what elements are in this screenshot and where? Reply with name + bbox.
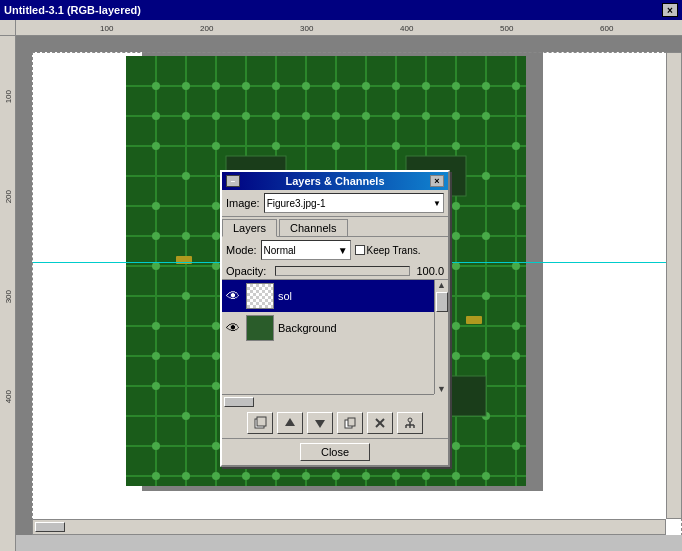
- mode-dropdown-arrow: ▼: [338, 245, 348, 256]
- panel-titlebar[interactable]: − Layers & Channels ×: [222, 172, 448, 190]
- svg-point-74: [182, 232, 190, 240]
- image-row: Image: Figure3.jpg-1 ▼: [222, 190, 448, 217]
- svg-point-131: [212, 442, 220, 450]
- svg-point-137: [152, 472, 160, 480]
- scrollbar-horizontal[interactable]: [32, 519, 666, 535]
- svg-point-50: [422, 112, 430, 120]
- layers-vscrollbar[interactable]: ▲ ▼: [434, 280, 448, 394]
- svg-point-35: [362, 82, 370, 90]
- svg-point-145: [392, 472, 400, 480]
- layer-eye-sol[interactable]: 👁: [224, 287, 242, 305]
- mode-selector[interactable]: Normal ▼: [261, 240, 351, 260]
- ruler-top-600: 600: [600, 24, 613, 33]
- svg-point-148: [482, 472, 490, 480]
- svg-point-73: [152, 232, 160, 240]
- svg-point-33: [302, 82, 310, 90]
- tab-layers[interactable]: Layers: [222, 219, 277, 237]
- vscrollbar-up[interactable]: ▲: [437, 280, 446, 290]
- image-selector[interactable]: Figure3.jpg-1 ▼: [264, 193, 444, 213]
- layer-name-sol: sol: [278, 290, 432, 302]
- panel-minimize-button[interactable]: −: [226, 175, 240, 187]
- panel-hscrollbar-thumb[interactable]: [224, 397, 254, 407]
- svg-point-116: [482, 352, 490, 360]
- svg-point-98: [152, 322, 160, 330]
- panel-hscrollbar[interactable]: [222, 394, 434, 408]
- svg-point-32: [272, 82, 280, 90]
- move-layer-down-button[interactable]: [307, 412, 333, 434]
- svg-point-104: [512, 322, 520, 330]
- window-close-button[interactable]: ×: [662, 3, 678, 17]
- tabs-row: Layers Channels: [222, 217, 448, 237]
- tab-channels[interactable]: Channels: [279, 219, 347, 236]
- svg-point-51: [452, 112, 460, 120]
- keep-trans-group: Keep Trans.: [355, 245, 421, 256]
- svg-point-75: [212, 232, 220, 240]
- vscrollbar-thumb[interactable]: [436, 292, 448, 312]
- svg-point-124: [182, 412, 190, 420]
- svg-point-139: [212, 472, 220, 480]
- svg-point-59: [512, 142, 520, 150]
- vscrollbar-down[interactable]: ▼: [437, 384, 446, 394]
- svg-point-39: [482, 82, 490, 90]
- svg-point-46: [302, 112, 310, 120]
- svg-point-58: [452, 142, 460, 150]
- keep-trans-checkbox[interactable]: [355, 245, 365, 255]
- layer-item-background[interactable]: 👁 Background: [222, 312, 434, 344]
- svg-point-136: [512, 442, 520, 450]
- layer-item-sol[interactable]: 👁 sol: [222, 280, 434, 312]
- image-label: Image:: [226, 197, 260, 209]
- opacity-label: Opacity:: [226, 265, 271, 277]
- opacity-value: 100.0: [414, 265, 444, 277]
- mode-row: Mode: Normal ▼ Keep Trans.: [222, 237, 448, 263]
- svg-point-103: [452, 322, 460, 330]
- svg-point-30: [212, 82, 220, 90]
- panel-close-button[interactable]: ×: [430, 175, 444, 187]
- layers-list: 👁 sol 👁 Background: [222, 280, 434, 394]
- image-dropdown-arrow: ▼: [433, 199, 441, 208]
- panel-close-button-bottom[interactable]: Close: [300, 443, 370, 461]
- svg-point-56: [332, 142, 340, 150]
- svg-point-71: [452, 202, 460, 210]
- svg-point-52: [482, 112, 490, 120]
- svg-point-84: [482, 232, 490, 240]
- layer-thumb-pattern-background: [247, 316, 273, 340]
- svg-point-119: [212, 382, 220, 390]
- layer-eye-background[interactable]: 👁: [224, 319, 242, 337]
- svg-point-34: [332, 82, 340, 90]
- svg-point-86: [212, 262, 220, 270]
- svg-point-143: [332, 472, 340, 480]
- svg-point-140: [242, 472, 250, 480]
- svg-point-44: [242, 112, 250, 120]
- image-value: Figure3.jpg-1: [267, 198, 326, 209]
- svg-point-83: [452, 232, 460, 240]
- delete-layer-button[interactable]: [367, 412, 393, 434]
- svg-point-115: [452, 352, 460, 360]
- ruler-left-300: 300: [4, 290, 13, 303]
- panel-title: Layers & Channels: [285, 175, 384, 187]
- svg-rect-154: [176, 256, 192, 264]
- scrollbar-vertical[interactable]: [666, 52, 682, 519]
- ruler-top-500: 500: [500, 24, 513, 33]
- scrollbar-h-thumb[interactable]: [35, 522, 65, 532]
- svg-point-38: [452, 82, 460, 90]
- layers-list-wrapper: 👁 sol 👁 Background: [222, 280, 448, 394]
- svg-point-67: [212, 202, 220, 210]
- duplicate-layer-button[interactable]: [337, 412, 363, 434]
- svg-point-29: [182, 82, 190, 90]
- svg-point-28: [152, 82, 160, 90]
- new-layer-button[interactable]: [247, 412, 273, 434]
- layer-name-background: Background: [278, 322, 432, 334]
- layers-empty-space: [222, 344, 434, 394]
- ruler-top: 100 200 300 400 500 600: [16, 20, 682, 36]
- svg-point-97: [482, 292, 490, 300]
- ruler-top-200: 200: [200, 24, 213, 33]
- anchor-layer-button[interactable]: [397, 412, 423, 434]
- svg-point-66: [152, 202, 160, 210]
- svg-point-91: [512, 262, 520, 270]
- svg-point-53: [152, 142, 160, 150]
- opacity-slider[interactable]: [275, 266, 410, 276]
- move-layer-up-button[interactable]: [277, 412, 303, 434]
- svg-point-146: [422, 472, 430, 480]
- svg-point-138: [182, 472, 190, 480]
- svg-point-49: [392, 112, 400, 120]
